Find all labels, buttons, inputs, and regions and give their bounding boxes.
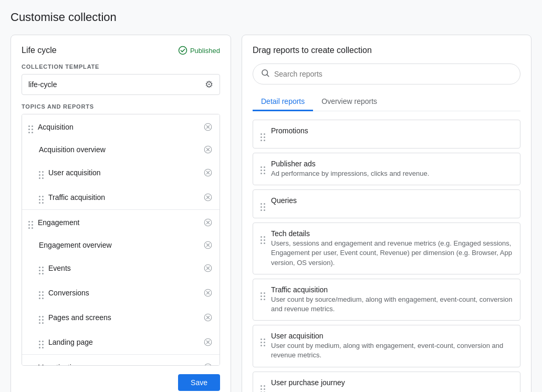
tab-overview-reports[interactable]: Overview reports — [313, 93, 385, 111]
topic-name-monetisation: Monetisation — [38, 363, 199, 366]
report-card-user-purchase-journey[interactable]: User purchase journey — [253, 372, 520, 393]
topic-name-traffic-acquisition: Traffic acquisition — [48, 193, 199, 202]
drag-handle-traffic-acquisition[interactable] — [39, 190, 44, 204]
collection-template-label: COLLECTION TEMPLATE — [22, 63, 220, 70]
search-input[interactable] — [274, 70, 513, 78]
drag-handle-user-acquisition[interactable] — [39, 165, 44, 179]
report-desc-publisher-ads: Ad performance by impressions, clicks an… — [271, 169, 513, 178]
report-info-user-acquisition: User acquisition User count by medium, a… — [271, 332, 513, 360]
remove-user-acquisition-button[interactable] — [203, 167, 213, 178]
drag-handle-tech-details[interactable] — [260, 230, 266, 245]
drag-handle-promotions[interactable] — [260, 128, 266, 142]
topic-name-pages-and-screens: Pages and screens — [48, 313, 199, 322]
published-icon — [178, 46, 187, 55]
collection-title: Life cycle — [22, 46, 57, 55]
topic-row-pages-and-screens[interactable]: Pages and screens — [22, 305, 220, 330]
topic-group-engagement: Engagement Engagement overview Events — [22, 210, 220, 355]
remove-landing-page-button[interactable] — [203, 337, 213, 347]
template-value: life-cycle — [28, 80, 57, 89]
topic-row-engagement[interactable]: Engagement — [22, 210, 220, 235]
topics-list: Acquisition Acquisition overview User a — [22, 114, 220, 366]
drag-handle-events[interactable] — [39, 261, 44, 275]
remove-traffic-acquisition-button[interactable] — [203, 192, 213, 203]
report-name-user-purchase-journey: User purchase journey — [271, 378, 513, 387]
drag-handle-user-purchase-journey[interactable] — [260, 379, 266, 393]
topic-row-user-acquisition[interactable]: User acquisition — [22, 160, 220, 185]
report-desc-tech-details: Users, sessions and engagement and reven… — [271, 239, 513, 268]
svg-line-33 — [206, 366, 210, 366]
topic-row-traffic-acquisition[interactable]: Traffic acquisition — [22, 185, 220, 209]
topic-row-engagement-overview[interactable]: Engagement overview — [22, 235, 220, 256]
svg-point-31 — [204, 364, 212, 366]
remove-engagement-overview-button[interactable] — [203, 240, 213, 250]
topic-name-acquisition: Acquisition — [38, 123, 199, 131]
report-card-user-acquisition[interactable]: User acquisition User count by medium, a… — [253, 325, 520, 367]
topic-row-conversions[interactable]: Conversions — [22, 280, 220, 305]
report-name-user-acquisition: User acquisition — [271, 332, 513, 340]
remove-conversions-button[interactable] — [203, 288, 213, 298]
svg-point-0 — [179, 47, 186, 55]
report-name-promotions: Promotions — [271, 126, 513, 135]
drag-handle-queries[interactable] — [260, 197, 266, 211]
report-card-traffic-acquisition[interactable]: Traffic acquisition User count by source… — [253, 279, 520, 321]
published-badge: Published — [178, 46, 220, 55]
remove-acquisition-button[interactable] — [203, 122, 213, 132]
drag-handle-publisher-ads[interactable] — [260, 161, 266, 175]
remove-events-button[interactable] — [203, 263, 213, 273]
right-panel: Drag reports to create collection Detail… — [242, 35, 531, 392]
drag-handle-landing-page[interactable] — [39, 335, 44, 349]
page-title: Customise collection — [11, 10, 531, 24]
search-box — [253, 63, 520, 84]
drag-handle-monetisation[interactable] — [28, 360, 34, 366]
status-text: Published — [190, 47, 220, 55]
svg-line-35 — [267, 75, 268, 76]
report-info-publisher-ads: Publisher ads Ad performance by impressi… — [271, 160, 513, 178]
drag-handle-pages-and-screens[interactable] — [39, 310, 44, 324]
remove-monetisation-button[interactable] — [203, 362, 213, 366]
remove-pages-and-screens-button[interactable] — [203, 312, 213, 323]
drag-handle-acquisition[interactable] — [28, 120, 34, 134]
tab-detail-reports[interactable]: Detail reports — [253, 93, 313, 111]
gear-icon: ⚙ — [205, 79, 213, 90]
topic-name-acquisition-overview: Acquisition overview — [39, 145, 199, 154]
topic-name-conversions: Conversions — [48, 289, 199, 297]
drag-handle-traffic-acquisition-r[interactable] — [260, 287, 266, 301]
report-name-tech-details: Tech details — [271, 229, 513, 238]
topic-row-acquisition[interactable]: Acquisition — [22, 114, 220, 139]
drag-handle-conversions[interactable] — [39, 285, 44, 300]
drag-handle-engagement[interactable] — [28, 215, 34, 229]
search-icon — [260, 68, 270, 80]
remove-acquisition-overview-button[interactable] — [203, 144, 213, 155]
topic-row-events[interactable]: Events — [22, 256, 220, 280]
report-info-traffic-acquisition: Traffic acquisition User count by source… — [271, 285, 513, 314]
report-info-promotions: Promotions — [271, 126, 513, 136]
topic-row-landing-page[interactable]: Landing page — [22, 330, 220, 354]
report-desc-user-acquisition: User count by medium, along with engagem… — [271, 341, 513, 360]
report-card-publisher-ads[interactable]: Publisher ads Ad performance by impressi… — [253, 153, 520, 185]
topic-name-engagement: Engagement — [38, 218, 199, 227]
topic-name-events: Events — [48, 264, 199, 272]
report-desc-traffic-acquisition: User count by source/medium, along with … — [271, 295, 513, 314]
topic-group-acquisition: Acquisition Acquisition overview User a — [22, 114, 220, 210]
topic-row-monetisation[interactable]: Monetisation — [22, 355, 220, 366]
topic-name-landing-page: Landing page — [48, 338, 199, 346]
report-info-tech-details: Tech details Users, sessions and engagem… — [271, 229, 513, 268]
topic-row-acquisition-overview[interactable]: Acquisition overview — [22, 139, 220, 160]
topics-label: TOPICS AND REPORTS — [22, 103, 220, 110]
report-name-traffic-acquisition: Traffic acquisition — [271, 285, 513, 294]
panel-header: Life cycle Published — [22, 46, 220, 55]
topic-name-user-acquisition: User acquisition — [48, 168, 199, 177]
tabs: Detail reports Overview reports — [253, 93, 520, 111]
report-info-queries: Queries — [271, 196, 513, 206]
remove-engagement-button[interactable] — [203, 217, 213, 228]
report-card-tech-details[interactable]: Tech details Users, sessions and engagem… — [253, 223, 520, 274]
save-row: Save — [22, 374, 220, 391]
svg-line-32 — [206, 366, 210, 366]
save-button[interactable]: Save — [178, 374, 220, 391]
topic-group-monetisation: Monetisation — [22, 355, 220, 366]
template-select[interactable]: life-cycle ⚙ — [22, 74, 220, 95]
report-card-promotions[interactable]: Promotions — [253, 120, 520, 149]
drag-handle-user-acquisition-r[interactable] — [260, 333, 266, 347]
report-card-queries[interactable]: Queries — [253, 189, 520, 218]
topic-name-engagement-overview: Engagement overview — [39, 241, 199, 249]
